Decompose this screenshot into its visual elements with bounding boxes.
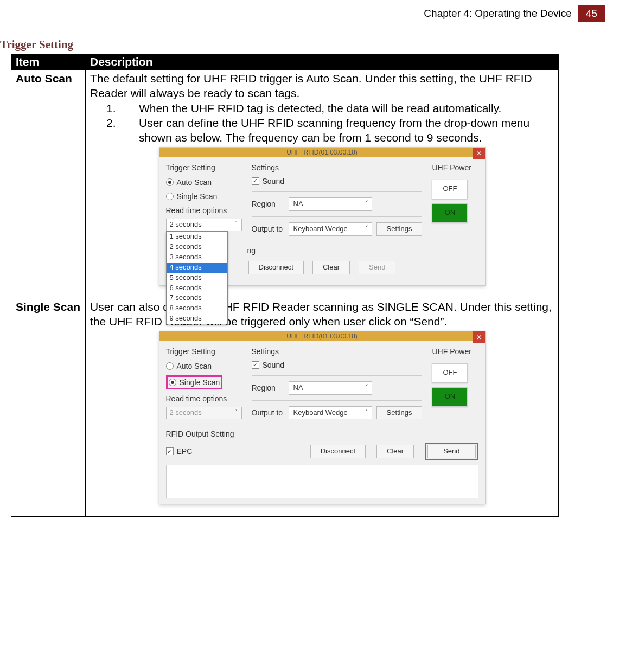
close-icon[interactable]: ✕	[473, 331, 485, 343]
uhf-power-label: UHF Power	[432, 347, 478, 356]
page-number: 45	[578, 5, 605, 22]
section-title: Trigger Setting	[0, 38, 605, 52]
page-header: Chapter 4: Operating the Device 45	[0, 0, 605, 22]
settings-button[interactable]: Settings	[376, 222, 423, 236]
power-off-button[interactable]: OFF	[432, 363, 468, 383]
read-time-label: Read time options	[166, 206, 242, 215]
trigger-setting-table: Item Description Auto Scan The default s…	[11, 54, 559, 517]
disconnect-button[interactable]: Disconnect	[310, 445, 366, 458]
chapter-title: Chapter 4: Operating the Device	[424, 8, 572, 20]
clear-button[interactable]: Clear	[312, 261, 350, 274]
sound-checkbox[interactable]: ✓Sound	[252, 360, 423, 370]
desc-single-scan: User can also define the UHF RFID Reader…	[86, 298, 559, 516]
col-header-description: Description	[86, 54, 559, 70]
settings-label: Settings	[252, 347, 423, 356]
power-on-button[interactable]: ON	[432, 387, 468, 407]
trigger-setting-label: Trigger Setting	[166, 163, 242, 172]
settings-label: Settings	[252, 163, 423, 172]
epc-checkbox[interactable]: ✓EPC	[166, 446, 193, 456]
highlight-send: Send	[425, 443, 478, 460]
table-row: Auto Scan The default setting for UHF RF…	[11, 70, 559, 298]
rfid-output-setting-label: RFID Output Setting	[166, 429, 478, 439]
disconnect-button[interactable]: Disconnect	[248, 261, 304, 274]
window-titlebar[interactable]: UHF_RFID(01.03.00.18) ✕	[159, 331, 485, 341]
rfid-app-window: UHF_RFID(01.03.00.18) ✕ Trigger Setting …	[159, 331, 486, 504]
output-to-select[interactable]: Keyboard Wedge	[289, 222, 372, 236]
power-on-button[interactable]: ON	[432, 203, 468, 223]
desc-auto-scan: The default setting for UHF RFID trigger…	[86, 70, 559, 298]
region-select[interactable]: NA	[289, 197, 372, 211]
region-label: Region	[252, 383, 284, 393]
settings-button[interactable]: Settings	[376, 406, 423, 420]
radio-single-scan[interactable]: Single Scan	[169, 377, 220, 387]
radio-auto-scan[interactable]: Auto Scan	[166, 361, 242, 371]
item-auto-scan: Auto Scan	[11, 70, 86, 298]
close-icon[interactable]: ✕	[473, 148, 485, 159]
read-time-select[interactable]: 2 seconds	[166, 219, 242, 231]
radio-single-scan[interactable]: Single Scan	[166, 191, 242, 201]
read-time-select: 2 seconds	[166, 407, 242, 419]
rfid-app-window: UHF_RFID(01.03.00.18) ✕ Trigger Setting …	[159, 147, 486, 285]
item-single-scan: Single Scan	[11, 298, 86, 516]
trigger-setting-label: Trigger Setting	[166, 347, 242, 356]
window-titlebar[interactable]: UHF_RFID(01.03.00.18) ✕	[159, 148, 485, 157]
read-time-label: Read time options	[166, 394, 242, 404]
power-off-button[interactable]: OFF	[432, 180, 468, 199]
table-row: Single Scan User can also define the UHF…	[11, 298, 559, 516]
read-time-dropdown[interactable]: 1 seconds 2 seconds 3 seconds 4 seconds …	[166, 231, 228, 324]
send-button[interactable]: Send	[427, 445, 475, 458]
output-to-label: Output to	[252, 224, 284, 234]
region-select[interactable]: NA	[289, 381, 372, 395]
send-button[interactable]: Send	[359, 261, 395, 274]
uhf-power-label: UHF Power	[432, 163, 478, 172]
region-label: Region	[252, 199, 284, 209]
highlight-single-scan: Single Scan	[166, 375, 223, 389]
output-to-select[interactable]: Keyboard Wedge	[289, 406, 372, 420]
radio-auto-scan[interactable]: Auto Scan	[166, 177, 242, 187]
sound-checkbox[interactable]: ✓Sound	[252, 176, 423, 186]
clear-button[interactable]: Clear	[376, 445, 414, 458]
result-area	[166, 465, 478, 498]
col-header-item: Item	[11, 54, 86, 70]
output-to-label: Output to	[252, 408, 284, 418]
